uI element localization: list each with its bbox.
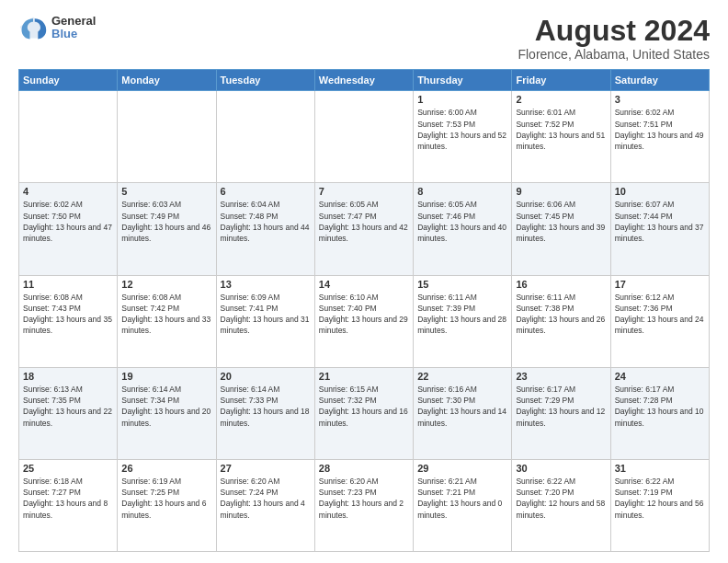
logo-general-text: General — [51, 15, 96, 28]
table-row: 16Sunrise: 6:11 AMSunset: 7:38 PMDayligh… — [512, 275, 610, 367]
day-info: Sunrise: 6:17 AMSunset: 7:28 PMDaylight:… — [615, 384, 705, 429]
calendar-table: Sunday Monday Tuesday Wednesday Thursday… — [18, 69, 710, 552]
day-number: 16 — [516, 279, 606, 290]
table-row: 21Sunrise: 6:15 AMSunset: 7:32 PMDayligh… — [314, 367, 413, 459]
day-number: 25 — [23, 463, 113, 474]
day-number: 7 — [319, 186, 409, 197]
day-info: Sunrise: 6:20 AMSunset: 7:23 PMDaylight:… — [319, 476, 409, 521]
day-number: 8 — [417, 186, 507, 197]
day-number: 4 — [23, 186, 113, 197]
table-row: 28Sunrise: 6:20 AMSunset: 7:23 PMDayligh… — [314, 459, 413, 551]
day-info: Sunrise: 6:22 AMSunset: 7:19 PMDaylight:… — [615, 476, 705, 521]
day-number: 13 — [221, 279, 311, 290]
day-info: Sunrise: 6:18 AMSunset: 7:27 PMDaylight:… — [23, 476, 113, 521]
table-row: 19Sunrise: 6:14 AMSunset: 7:34 PMDayligh… — [118, 367, 216, 459]
col-monday: Monday — [118, 70, 216, 91]
table-row: 20Sunrise: 6:14 AMSunset: 7:33 PMDayligh… — [216, 367, 314, 459]
day-info: Sunrise: 6:08 AMSunset: 7:42 PMDaylight:… — [121, 292, 211, 337]
page: General Blue August 2024 Florence, Alaba… — [0, 0, 728, 563]
main-title: August 2024 — [518, 15, 710, 47]
day-number: 24 — [615, 371, 705, 382]
col-saturday: Saturday — [610, 70, 709, 91]
table-row: 23Sunrise: 6:17 AMSunset: 7:29 PMDayligh… — [512, 367, 610, 459]
day-info: Sunrise: 6:14 AMSunset: 7:34 PMDaylight:… — [121, 384, 211, 429]
day-number: 1 — [417, 94, 507, 105]
day-info: Sunrise: 6:14 AMSunset: 7:33 PMDaylight:… — [221, 384, 311, 429]
day-number: 23 — [516, 371, 606, 382]
table-row: 7Sunrise: 6:05 AMSunset: 7:47 PMDaylight… — [314, 183, 413, 275]
day-number: 2 — [516, 94, 606, 105]
day-info: Sunrise: 6:15 AMSunset: 7:32 PMDaylight:… — [319, 384, 409, 429]
day-info: Sunrise: 6:16 AMSunset: 7:30 PMDaylight:… — [417, 384, 507, 429]
logo-blue-text: Blue — [51, 28, 96, 40]
day-number: 11 — [23, 279, 113, 290]
day-number: 28 — [319, 463, 409, 474]
table-row: 14Sunrise: 6:10 AMSunset: 7:40 PMDayligh… — [314, 275, 413, 367]
day-number: 5 — [121, 186, 211, 197]
col-thursday: Thursday — [414, 70, 512, 91]
day-number: 19 — [121, 371, 211, 382]
col-sunday: Sunday — [19, 70, 118, 91]
day-number: 10 — [615, 186, 705, 197]
day-number: 18 — [23, 371, 113, 382]
col-friday: Friday — [512, 70, 610, 91]
day-info: Sunrise: 6:10 AMSunset: 7:40 PMDaylight:… — [319, 292, 409, 337]
day-info: Sunrise: 6:22 AMSunset: 7:20 PMDaylight:… — [516, 476, 606, 521]
day-number: 15 — [417, 279, 507, 290]
table-row: 27Sunrise: 6:20 AMSunset: 7:24 PMDayligh… — [216, 459, 314, 551]
day-info: Sunrise: 6:19 AMSunset: 7:25 PMDaylight:… — [121, 476, 211, 521]
day-info: Sunrise: 6:07 AMSunset: 7:44 PMDaylight:… — [615, 199, 705, 244]
day-number: 3 — [615, 94, 705, 105]
table-row: 13Sunrise: 6:09 AMSunset: 7:41 PMDayligh… — [216, 275, 314, 367]
day-number: 20 — [221, 371, 311, 382]
header: General Blue August 2024 Florence, Alaba… — [18, 15, 710, 62]
day-number: 9 — [516, 186, 606, 197]
day-number: 17 — [615, 279, 705, 290]
table-row: 4Sunrise: 6:02 AMSunset: 7:50 PMDaylight… — [19, 183, 118, 275]
day-info: Sunrise: 6:05 AMSunset: 7:46 PMDaylight:… — [417, 199, 507, 244]
table-row — [216, 91, 314, 183]
table-row: 31Sunrise: 6:22 AMSunset: 7:19 PMDayligh… — [610, 459, 709, 551]
day-number: 22 — [417, 371, 507, 382]
table-row: 25Sunrise: 6:18 AMSunset: 7:27 PMDayligh… — [19, 459, 118, 551]
day-number: 31 — [615, 463, 705, 474]
table-row: 5Sunrise: 6:03 AMSunset: 7:49 PMDaylight… — [118, 183, 216, 275]
day-info: Sunrise: 6:20 AMSunset: 7:24 PMDaylight:… — [221, 476, 311, 521]
table-row: 22Sunrise: 6:16 AMSunset: 7:30 PMDayligh… — [414, 367, 512, 459]
day-info: Sunrise: 6:01 AMSunset: 7:52 PMDaylight:… — [516, 107, 606, 152]
table-row: 17Sunrise: 6:12 AMSunset: 7:36 PMDayligh… — [610, 275, 709, 367]
day-info: Sunrise: 6:12 AMSunset: 7:36 PMDaylight:… — [615, 292, 705, 337]
table-row: 18Sunrise: 6:13 AMSunset: 7:35 PMDayligh… — [19, 367, 118, 459]
day-info: Sunrise: 6:08 AMSunset: 7:43 PMDaylight:… — [23, 292, 113, 337]
table-row: 26Sunrise: 6:19 AMSunset: 7:25 PMDayligh… — [118, 459, 216, 551]
table-row: 30Sunrise: 6:22 AMSunset: 7:20 PMDayligh… — [512, 459, 610, 551]
table-row: 2Sunrise: 6:01 AMSunset: 7:52 PMDaylight… — [512, 91, 610, 183]
day-info: Sunrise: 6:02 AMSunset: 7:51 PMDaylight:… — [615, 107, 705, 152]
day-info: Sunrise: 6:05 AMSunset: 7:47 PMDaylight:… — [319, 199, 409, 244]
col-tuesday: Tuesday — [216, 70, 314, 91]
table-row: 29Sunrise: 6:21 AMSunset: 7:21 PMDayligh… — [414, 459, 512, 551]
day-info: Sunrise: 6:02 AMSunset: 7:50 PMDaylight:… — [23, 199, 113, 244]
day-number: 14 — [319, 279, 409, 290]
day-number: 30 — [516, 463, 606, 474]
table-row: 1Sunrise: 6:00 AMSunset: 7:53 PMDaylight… — [414, 91, 512, 183]
day-info: Sunrise: 6:00 AMSunset: 7:53 PMDaylight:… — [417, 107, 507, 152]
day-number: 29 — [417, 463, 507, 474]
title-block: August 2024 Florence, Alabama, United St… — [518, 15, 710, 62]
day-info: Sunrise: 6:11 AMSunset: 7:38 PMDaylight:… — [516, 292, 606, 337]
table-row: 10Sunrise: 6:07 AMSunset: 7:44 PMDayligh… — [610, 183, 709, 275]
day-info: Sunrise: 6:17 AMSunset: 7:29 PMDaylight:… — [516, 384, 606, 429]
table-row — [19, 91, 118, 183]
table-row: 9Sunrise: 6:06 AMSunset: 7:45 PMDaylight… — [512, 183, 610, 275]
day-number: 21 — [319, 371, 409, 382]
subtitle: Florence, Alabama, United States — [518, 47, 710, 62]
table-row: 24Sunrise: 6:17 AMSunset: 7:28 PMDayligh… — [610, 367, 709, 459]
day-info: Sunrise: 6:13 AMSunset: 7:35 PMDaylight:… — [23, 384, 113, 429]
table-row: 6Sunrise: 6:04 AMSunset: 7:48 PMDaylight… — [216, 183, 314, 275]
logo-text: General Blue — [51, 15, 96, 41]
logo: General Blue — [18, 15, 96, 41]
logo-icon — [18, 15, 48, 40]
table-row: 12Sunrise: 6:08 AMSunset: 7:42 PMDayligh… — [118, 275, 216, 367]
col-wednesday: Wednesday — [314, 70, 413, 91]
table-row: 3Sunrise: 6:02 AMSunset: 7:51 PMDaylight… — [610, 91, 709, 183]
